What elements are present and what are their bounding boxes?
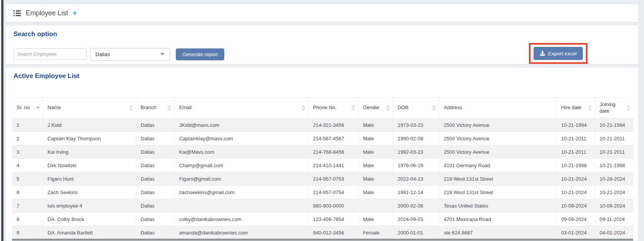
table-cell: colby@danikabrownies.com (174, 213, 308, 226)
table-row: 2Captain Klay ThompsonDallasCaptainklay@… (12, 132, 633, 145)
sort-both-icon (129, 105, 133, 110)
table-cell: 1973-03-23 (393, 118, 439, 132)
active-employee-list-panel: Active Employee List Sr. noNameBranchEma… (5, 67, 639, 241)
export-excel-label: Export excel (548, 51, 577, 57)
column-label: Joining date (600, 101, 626, 115)
table-cell: Dallas (136, 145, 174, 159)
table-cell: Figaro@gmail.com (174, 172, 308, 186)
employee-list-screen: Employee List + Search option Dallas Gen… (0, 0, 644, 241)
table-cell: Dallas (136, 172, 174, 186)
sort-both-icon (302, 105, 305, 110)
table-cell: 214-410-1441 (308, 159, 358, 172)
table-cell: 2500 Victory Avenue (439, 118, 556, 132)
table-cell: Texas United States (439, 199, 556, 213)
column-header-dob[interactable]: DOB (393, 98, 439, 118)
active-employee-list-heading: Active Employee List (13, 72, 632, 80)
column-label: Hire date (561, 105, 582, 111)
branch-select-value: Dallas (95, 52, 110, 57)
table-cell: 10-21-2024 (556, 186, 595, 199)
column-header-name[interactable]: Name (43, 98, 136, 118)
table-cell: Male (358, 213, 393, 226)
horizontal-scrollbar[interactable] (12, 239, 633, 241)
column-label: Name (48, 105, 61, 111)
table-cell: 09-09-2024 (556, 213, 595, 226)
column-label: Gender (363, 105, 380, 111)
sort-both-icon (168, 105, 171, 110)
column-header-sr-no[interactable]: Sr. no (12, 98, 43, 118)
list-icon (13, 10, 21, 16)
branch-select[interactable]: Dallas (90, 48, 170, 61)
table-cell: Dallas (136, 226, 174, 239)
table-cell: Male (358, 159, 393, 172)
table-cell: 2 (12, 132, 43, 145)
column-header-email[interactable]: Email (174, 98, 308, 118)
table-cell: 1978-06-19 (393, 159, 439, 172)
table-cell: 1 (12, 118, 43, 132)
table-cell: amanda@danikabrownies.com (174, 226, 308, 239)
sort-both-icon (432, 105, 436, 110)
table-cell: Kai Irving (43, 145, 136, 159)
table-cell: J Kidd (43, 118, 136, 132)
table-cell: zachseekins@gmail.com (174, 186, 308, 199)
table-row: 3Kai IrvingDallasKai@Mavs.com214-768-845… (12, 145, 633, 159)
column-header-address[interactable]: Address (439, 98, 556, 118)
table-cell: DA. Colby Brock (43, 213, 136, 226)
table-row: 5Figaro HuntDallasFigaro@gmail.com214-95… (12, 172, 633, 186)
sort-both-icon (386, 105, 390, 110)
table-cell: 04-01-2024 (595, 226, 633, 239)
column-label: Sr. no (17, 105, 30, 111)
export-excel-button[interactable]: Export excel (534, 47, 583, 60)
table-cell: 1991-12-14 (393, 186, 439, 199)
search-option-panel: Search option Dallas Generate report (5, 25, 639, 65)
table-cell: 10-21-2011 (556, 132, 595, 145)
sort-ascending-icon (36, 106, 40, 109)
table-cell: 214-321-3456 (308, 118, 358, 132)
table-cell: 10-21-1998 (595, 159, 633, 172)
generate-report-button[interactable]: Generate report (176, 48, 224, 60)
chevron-down-icon (160, 53, 165, 55)
sort-both-icon (588, 105, 592, 110)
table-cell: 7 (12, 199, 43, 213)
column-header-branch[interactable]: Branch (136, 98, 174, 118)
table-row: 7luis employee 4Dallas980-900-00002000-0… (12, 199, 633, 213)
table-row: 6Zach SeekinsDallaszachseekins@gmail.com… (12, 186, 633, 199)
table-cell: 10-21-1994 (556, 118, 595, 132)
table-cell: 2500 Victory Avenue (439, 145, 556, 159)
table-cell: 940-012-3456 (308, 226, 358, 239)
table-header-row: Sr. noNameBranchEmailPhone No.GenderDOBA… (12, 98, 633, 118)
add-tab-button[interactable]: + (73, 10, 77, 17)
column-header-joining-date[interactable]: Joining date (595, 98, 633, 118)
table-cell: Dallas (136, 159, 174, 172)
search-employees-input[interactable] (13, 48, 87, 60)
table-cell: 980-900-0000 (308, 199, 358, 213)
search-controls: Dallas Generate report (13, 45, 631, 64)
table-cell: Figaro Hunt (43, 172, 136, 186)
page-title: Employee List (26, 9, 68, 17)
table-cell: 3 (12, 145, 43, 159)
table-cell: 214-957-0753 (308, 172, 358, 186)
table-cell: luis employee 4 (43, 199, 136, 213)
column-label: Branch (141, 105, 157, 111)
main-content: Employee List + Search option Dallas Gen… (5, 0, 639, 241)
table-cell: 03-01-2024 (556, 226, 595, 239)
table-cell: 4 (12, 159, 43, 172)
table-cell: DA. Amanda Bartlett (43, 226, 136, 239)
table-cell: 2000-02-08 (393, 199, 439, 213)
column-label: Phone No. (313, 105, 337, 111)
table-cell: Male (358, 186, 393, 199)
table-cell: 2500 Victory Avenue (439, 132, 556, 145)
column-header-hire-date[interactable]: Hire date (556, 98, 595, 118)
table-cell: 6 (12, 186, 43, 199)
sort-both-icon (627, 105, 630, 110)
column-header-phone-no[interactable]: Phone No. (308, 98, 358, 118)
table-cell: 10-09-2024 (556, 199, 595, 213)
table-cell: 123-456-7654 (308, 213, 358, 226)
column-header-gender[interactable]: Gender (358, 98, 393, 118)
column-label: DOB (398, 105, 409, 111)
table-cell: 219 West 131st Street (439, 186, 556, 199)
collapsed-sidebar-edge (1, 0, 3, 241)
table-cell: Captain Klay Thompson (43, 132, 136, 145)
table-cell: Male (358, 132, 393, 145)
sort-both-icon (352, 105, 355, 110)
table-cell: JKidd@mavs.com (174, 118, 308, 132)
